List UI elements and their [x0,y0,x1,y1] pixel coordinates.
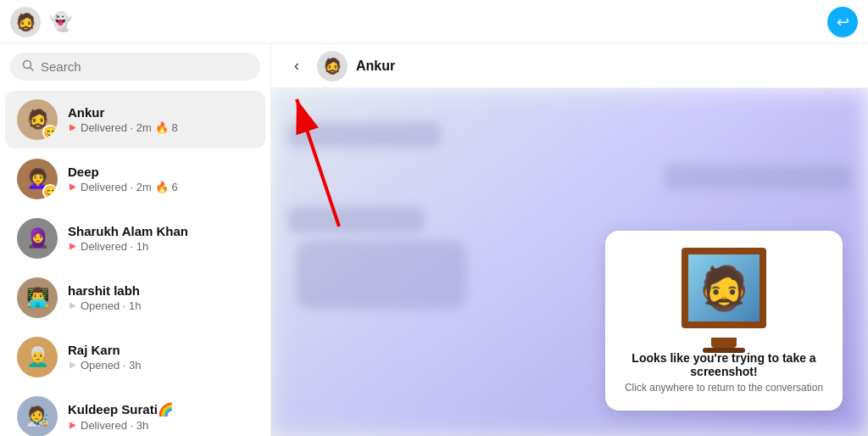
contact-name: harshit labh [68,283,253,298]
contact-status: Delivered · 1h [68,240,253,253]
top-bar-left: 🧔 👻 [10,7,434,37]
back-button[interactable]: ‹ [285,54,309,78]
screenshot-popup[interactable]: 🧔 Looks like you're trying to take a scr… [605,231,843,411]
streak-badge: 🔥 6 [155,181,178,193]
status-arrow-icon [68,301,77,310]
chat-panel: ‹ 🧔 Ankur [271,44,868,436]
status-text: Delivered · 2m [81,121,152,134]
status-arrow-icon [68,182,77,192]
contact-info: Raj Karn Opened · 3h [68,343,253,372]
svg-line-1 [31,68,34,71]
bitmoji-avatar: 🧔 [698,267,750,310]
frame-stand [711,338,737,348]
chat-list: 🧔 😊 Ankur Delivered · 2m 🔥 8 👩‍🦱 😊 Deep [0,89,270,436]
contact-avatar: 👨‍💻 [17,277,58,318]
chat-header-name: Ankur [356,59,395,74]
status-arrow-icon [68,242,77,251]
chat-header-avatar[interactable]: 🧔 [317,51,348,81]
ghost-logo-icon: 👻 [49,11,72,33]
frame-stand-base [703,348,745,353]
chat-list-item[interactable]: 👨‍🦳 Raj Karn Opened · 3h [5,328,265,386]
contact-avatar: 🧕 [17,218,58,259]
contact-status: Delivered · 2m 🔥 8 [68,121,253,134]
search-icon [22,59,34,74]
contact-info: harshit labh Opened · 1h [68,283,253,312]
chat-list-item[interactable]: 🧔 😊 Ankur Delivered · 2m 🔥 8 [5,91,265,148]
streak-badge: 🔥 8 [155,121,178,134]
blurred-message-1 [288,122,441,148]
bitmoji-frame: 🧔 [677,248,771,341]
status-text: Opened · 1h [81,299,142,312]
contact-avatar: 👩‍🦱 😊 [17,159,58,199]
chat-header: ‹ 🧔 Ankur [271,44,868,88]
popup-subtitle: Click anywhere to return to the conversa… [625,382,823,394]
chat-list-item[interactable]: 👩‍🦱 😊 Deep Delivered · 2m 🔥 6 [5,150,265,208]
friend-emoji: 😊 [42,125,58,140]
contact-info: Sharukh Alam Khan Delivered · 1h [68,224,253,253]
status-text: Delivered · 2m [81,181,152,193]
status-text: Delivered · 3h [81,419,148,432]
add-friend-button[interactable]: ↩ [827,7,858,37]
contact-status: Delivered · 3h [68,419,253,432]
friend-emoji: 😊 [42,184,58,199]
chat-list-item[interactable]: 🧕 Sharukh Alam Khan Delivered · 1h [5,210,265,267]
contact-avatar: 👨‍🦳 [17,337,58,377]
contact-name: Kuldeep Surati🌈 [68,402,253,417]
blurred-message-3 [288,207,424,232]
contact-info: Deep Delivered · 2m 🔥 6 [68,165,253,193]
blurred-message-2 [665,165,851,190]
contact-status: Opened · 3h [68,359,253,372]
chat-list-item[interactable]: 🧑‍🎨 Kuldeep Surati🌈 Delivered · 3h [5,388,265,436]
contact-status: Delivered · 2m 🔥 6 [68,181,253,193]
contact-status: Opened · 1h [68,299,253,312]
contact-name: Ankur [68,105,253,120]
main-content: 🧔 😊 Ankur Delivered · 2m 🔥 8 👩‍🦱 😊 Deep [0,44,868,436]
popup-title: Looks like you're trying to take a scree… [622,351,826,378]
status-text: Delivered · 1h [81,240,148,253]
chat-list-item[interactable]: 👨‍💻 harshit labh Opened · 1h [5,269,265,327]
user-avatar[interactable]: 🧔 [10,7,41,37]
search-input[interactable] [41,59,248,74]
search-bar[interactable] [10,53,260,81]
status-arrow-icon [68,123,77,132]
top-bar-right: ↩ [434,7,858,37]
contact-name: Sharukh Alam Khan [68,224,253,238]
status-text: Opened · 3h [81,359,142,372]
contact-avatar: 🧑‍🎨 [17,396,58,436]
contact-name: Raj Karn [68,343,253,357]
contact-avatar: 🧔 😊 [17,99,58,140]
status-arrow-icon [68,421,77,430]
contact-info: Kuldeep Surati🌈 Delivered · 3h [68,402,253,432]
status-arrow-icon [68,361,77,370]
top-bar: 🧔 👻 ↩ [0,0,868,44]
blurred-media [297,241,466,309]
contact-info: Ankur Delivered · 2m 🔥 8 [68,105,253,134]
contact-name: Deep [68,165,253,179]
sidebar: 🧔 😊 Ankur Delivered · 2m 🔥 8 👩‍🦱 😊 Deep [0,44,271,436]
photo-frame: 🧔 [682,248,766,328]
